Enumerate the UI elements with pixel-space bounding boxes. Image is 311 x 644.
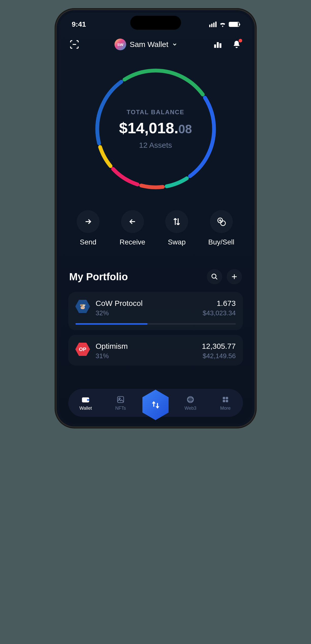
svg-rect-19: [226, 397, 228, 399]
svg-rect-20: [223, 400, 225, 402]
wallet-avatar: SW: [114, 39, 126, 50]
buysell-icon: [210, 210, 233, 233]
portfolio-title: My Portfolio: [69, 271, 128, 283]
actions-row: Send Receive Swap Buy/Sell: [59, 203, 252, 261]
svg-rect-1: [217, 42, 219, 48]
wallet-icon: [81, 395, 90, 404]
swap-button[interactable]: Swap: [165, 210, 188, 246]
asset-card[interactable]: 🐮 CoW Protocol 32% 1.673 $43,023.34: [68, 292, 243, 330]
signal-icon: [209, 22, 217, 27]
nav-wallet[interactable]: Wallet: [74, 395, 97, 411]
asset-usd: $42,149.56: [202, 352, 236, 360]
assets-count: 12 Assets: [139, 141, 172, 150]
scan-icon[interactable]: [69, 39, 79, 49]
send-icon: [77, 210, 100, 233]
fab-swap-icon: [150, 399, 161, 410]
notch: [130, 16, 181, 30]
asset-pct: 31%: [96, 352, 197, 360]
balance-ring: TOTAL BALANCE $14,018.08 12 Assets: [59, 58, 252, 203]
wifi-icon: [219, 22, 226, 27]
nav-web3[interactable]: Web3: [179, 395, 202, 411]
header: SW Sam Wallet: [59, 31, 252, 58]
status-icons: [209, 22, 239, 27]
svg-rect-0: [214, 44, 216, 48]
asset-icon: OP: [75, 342, 90, 357]
wallet-selector[interactable]: SW Sam Wallet: [114, 39, 177, 50]
receive-icon: [121, 210, 144, 233]
balance-label: TOTAL BALANCE: [127, 109, 184, 116]
nav-more[interactable]: More: [214, 395, 237, 411]
bell-icon[interactable]: [232, 39, 242, 49]
screen: 9:41 SW Sam Wallet: [59, 13, 252, 424]
asset-amount: 12,305.77: [202, 342, 236, 351]
asset-amount: 1.673: [203, 299, 236, 308]
balance-amount: $14,018.08: [119, 119, 192, 137]
add-button[interactable]: [227, 269, 242, 284]
progress-bar: [75, 323, 236, 325]
asset-usd: $43,023.34: [203, 309, 236, 317]
svg-point-16: [119, 398, 120, 399]
asset-name: Optimism: [96, 342, 197, 351]
svg-point-12: [212, 274, 216, 278]
asset-icon: 🐮: [75, 299, 90, 314]
chart-icon[interactable]: [212, 39, 223, 49]
portfolio-header: My Portfolio: [59, 261, 252, 292]
send-button[interactable]: Send: [77, 210, 100, 246]
wallet-name: Sam Wallet: [130, 40, 168, 49]
battery-icon: [229, 22, 239, 27]
svg-rect-21: [226, 400, 228, 402]
search-icon: [211, 273, 218, 280]
nav-nfts[interactable]: NFTs: [109, 395, 132, 411]
svg-rect-14: [87, 399, 89, 401]
chevron-down-icon: [172, 42, 177, 47]
receive-button[interactable]: Receive: [120, 210, 145, 246]
fab-swap-button[interactable]: [140, 390, 171, 420]
asset-name: CoW Protocol: [96, 299, 197, 308]
search-button[interactable]: [207, 269, 222, 284]
notification-dot: [239, 39, 242, 42]
asset-card[interactable]: OP Optimism 31% 12,305.77 $42,149.56: [68, 335, 243, 366]
swap-icon: [165, 210, 188, 233]
plus-icon: [231, 273, 238, 280]
image-icon: [116, 395, 125, 404]
globe-icon: [186, 395, 195, 404]
svg-rect-2: [220, 43, 222, 48]
buysell-button[interactable]: Buy/Sell: [208, 210, 234, 246]
svg-point-11: [220, 221, 225, 226]
device-frame: 9:41 SW Sam Wallet: [57, 10, 255, 426]
grid-icon: [221, 395, 230, 404]
asset-pct: 32%: [96, 309, 197, 317]
status-time: 9:41: [72, 20, 86, 28]
svg-rect-18: [223, 397, 225, 399]
svg-rect-15: [118, 397, 124, 403]
